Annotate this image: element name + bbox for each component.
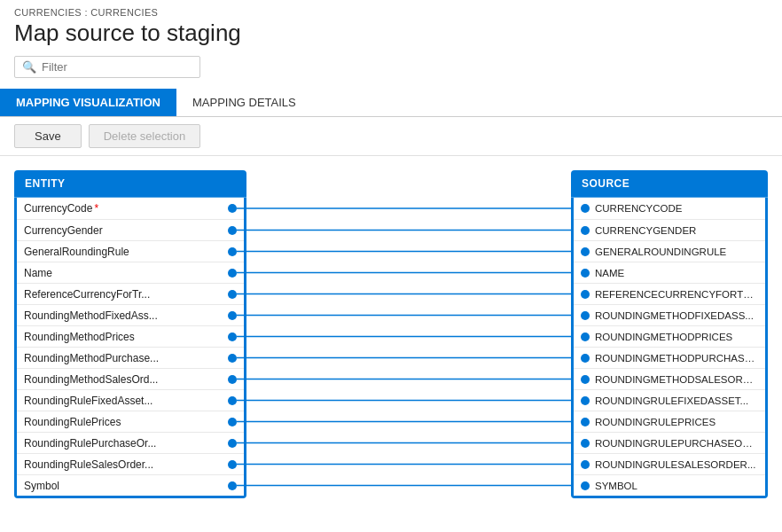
source-row[interactable]: REFERENCECURRENCYFORTR... <box>574 283 765 304</box>
connector-lines <box>246 170 571 498</box>
source-row[interactable]: SYMBOL <box>574 474 765 496</box>
source-rows: CURRENCYCODECURRENCYGENDERGENERALROUNDIN… <box>571 198 768 496</box>
entity-rows: CurrencyCode*CurrencyGenderGeneralRoundi… <box>14 198 246 496</box>
source-row[interactable]: CURRENCYGENDER <box>574 219 765 240</box>
source-dot <box>581 396 590 405</box>
entity-dot <box>228 396 237 405</box>
search-icon: 🔍 <box>22 60 36 74</box>
entity-dot <box>228 481 237 490</box>
entity-row-label: CurrencyGender <box>24 224 223 237</box>
entity-row-label: RoundingRulePurchaseOr... <box>24 437 223 450</box>
source-dot <box>581 204 590 213</box>
entity-row[interactable]: RoundingRuleFixedAsset... <box>17 389 244 411</box>
entity-row-label: RoundingMethodPurchase... <box>24 352 223 364</box>
entity-row[interactable]: Name <box>17 262 244 283</box>
top-area: CURRENCIES : CURRENCIES Map source to st… <box>0 0 782 78</box>
entity-row[interactable]: RoundingRulePrices <box>17 411 244 432</box>
delete-selection-button[interactable]: Delete selection <box>89 124 201 148</box>
source-row-label: CURRENCYGENDER <box>595 225 758 236</box>
source-row-label: ROUNDINGRULEPURCHASEOR... <box>595 438 758 449</box>
entity-dot <box>228 247 237 256</box>
source-dot <box>581 354 590 363</box>
source-dot <box>581 226 590 235</box>
source-row-label: ROUNDINGRULEFIXEDASSET... <box>595 395 758 406</box>
source-dot <box>581 311 590 320</box>
entity-dot <box>228 375 237 384</box>
breadcrumb: CURRENCIES : CURRENCIES <box>14 7 768 18</box>
entity-row[interactable]: RoundingRulePurchaseOr... <box>17 432 244 453</box>
source-row-label: REFERENCECURRENCYFORTR... <box>595 289 758 300</box>
source-row-label: ROUNDINGMETHODFIXEDASS... <box>595 310 758 321</box>
entity-row-label: Symbol <box>24 480 223 492</box>
entity-dot <box>228 332 237 341</box>
tab-mapping-details[interactable]: MAPPING DETAILS <box>176 89 312 116</box>
entity-row[interactable]: RoundingMethodPurchase... <box>17 347 244 368</box>
source-row[interactable]: ROUNDINGRULESALESORDER... <box>574 453 765 474</box>
entity-dot <box>228 418 237 426</box>
entity-row[interactable]: Symbol <box>17 474 244 496</box>
entity-dot <box>228 290 237 299</box>
entity-row-label: RoundingRuleSalesOrder... <box>24 458 223 471</box>
tab-mapping-visualization[interactable]: MAPPING VISUALIZATION <box>0 89 176 116</box>
source-panel: SOURCE CURRENCYCODECURRENCYGENDERGENERAL… <box>571 170 768 498</box>
entity-row-label: Name <box>24 267 223 279</box>
source-row[interactable]: GENERALROUNDINGRULE <box>574 240 765 262</box>
source-row[interactable]: ROUNDINGRULEFIXEDASSET... <box>574 389 765 411</box>
source-row-label: CURRENCYCODE <box>595 203 758 214</box>
entity-row[interactable]: ReferenceCurrencyForTr... <box>17 283 244 304</box>
source-row-label: ROUNDINGRULEPRICES <box>595 417 758 427</box>
filter-box: 🔍 <box>14 56 200 78</box>
entity-row[interactable]: RoundingMethodSalesOrd... <box>17 368 244 389</box>
source-panel-header: SOURCE <box>571 170 768 198</box>
mapping-area: ENTITY CurrencyCode*CurrencyGenderGenera… <box>0 156 782 512</box>
entity-row-label: RoundingMethodPrices <box>24 331 223 343</box>
tabs-row: MAPPING VISUALIZATION MAPPING DETAILS <box>0 89 782 117</box>
entity-row-label: RoundingMethodSalesOrd... <box>24 373 223 386</box>
required-star: * <box>94 202 98 215</box>
entity-row[interactable]: CurrencyGender <box>17 219 244 240</box>
source-row[interactable]: NAME <box>574 262 765 283</box>
entity-row[interactable]: RoundingMethodPrices <box>17 325 244 347</box>
entity-row[interactable]: CurrencyCode* <box>17 198 244 219</box>
save-button[interactable]: Save <box>14 124 82 148</box>
source-row[interactable]: CURRENCYCODE <box>574 198 765 219</box>
filter-input[interactable] <box>42 60 192 74</box>
source-row-label: NAME <box>595 268 758 278</box>
toolbar: Save Delete selection <box>0 117 782 156</box>
entity-dot <box>228 354 237 363</box>
source-dot <box>581 481 590 490</box>
entity-dot <box>228 226 237 235</box>
entity-row-label: RoundingRulePrices <box>24 416 223 428</box>
source-dot <box>581 418 590 426</box>
source-row[interactable]: ROUNDINGMETHODPRICES <box>574 325 765 347</box>
entity-row-label: RoundingRuleFixedAsset... <box>24 395 223 407</box>
entity-dot <box>228 439 237 448</box>
source-row-label: ROUNDINGMETHODPRICES <box>595 332 758 342</box>
source-row[interactable]: ROUNDINGMETHODPURCHASE... <box>574 347 765 368</box>
source-dot <box>581 375 590 384</box>
source-row-label: ROUNDINGRULESALESORDER... <box>595 459 758 470</box>
source-dot <box>581 290 590 299</box>
source-row[interactable]: ROUNDINGMETHODSALESORD... <box>574 368 765 389</box>
entity-row[interactable]: RoundingRuleSalesOrder... <box>17 453 244 474</box>
lines-area <box>246 170 571 498</box>
source-row[interactable]: ROUNDINGMETHODFIXEDASS... <box>574 304 765 325</box>
source-row-label: GENERALROUNDINGRULE <box>595 246 758 257</box>
entity-row-label: RoundingMethodFixedAss... <box>24 309 223 322</box>
entity-row[interactable]: GeneralRoundingRule <box>17 240 244 262</box>
source-dot <box>581 439 590 448</box>
entity-row-label: ReferenceCurrencyForTr... <box>24 288 223 301</box>
entity-panel: ENTITY CurrencyCode*CurrencyGenderGenera… <box>14 170 246 498</box>
source-row-label: ROUNDINGMETHODPURCHASE... <box>595 353 758 364</box>
source-dot <box>581 460 590 469</box>
source-row[interactable]: ROUNDINGRULEPRICES <box>574 411 765 432</box>
source-dot <box>581 247 590 256</box>
entity-dot <box>228 204 237 213</box>
entity-dot <box>228 311 237 320</box>
page-title: Map source to staging <box>14 20 768 47</box>
source-dot <box>581 332 590 341</box>
source-row[interactable]: ROUNDINGRULEPURCHASEOR... <box>574 432 765 453</box>
entity-dot <box>228 460 237 469</box>
source-row-label: SYMBOL <box>595 481 758 491</box>
entity-row[interactable]: RoundingMethodFixedAss... <box>17 304 244 325</box>
